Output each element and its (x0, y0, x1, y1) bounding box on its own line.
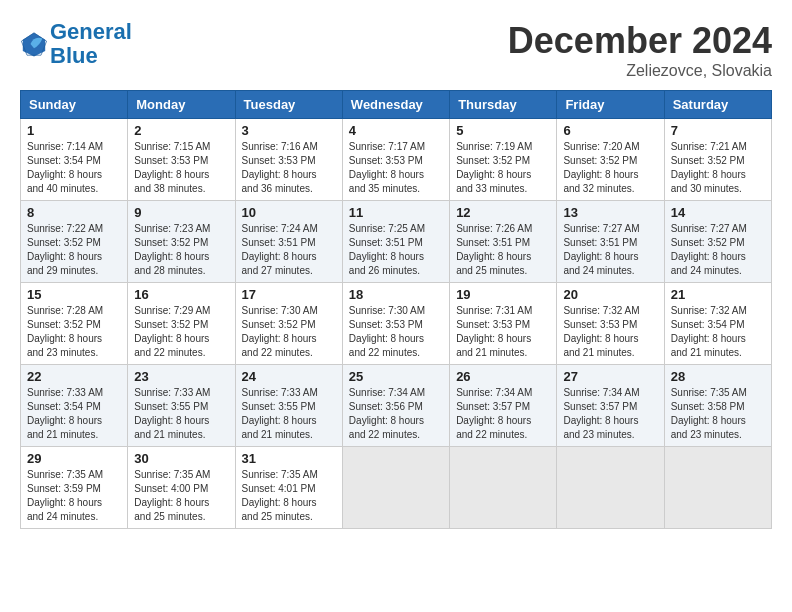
day-info: Sunrise: 7:19 AM Sunset: 3:52 PM Dayligh… (456, 140, 550, 196)
day-info: Sunrise: 7:34 AM Sunset: 3:57 PM Dayligh… (563, 386, 657, 442)
calendar-cell: 3Sunrise: 7:16 AM Sunset: 3:53 PM Daylig… (235, 119, 342, 201)
day-number: 25 (349, 369, 443, 384)
calendar-cell (342, 447, 449, 529)
calendar-table: SundayMondayTuesdayWednesdayThursdayFrid… (20, 90, 772, 529)
calendar-week-row: 29Sunrise: 7:35 AM Sunset: 3:59 PM Dayli… (21, 447, 772, 529)
day-info: Sunrise: 7:33 AM Sunset: 3:54 PM Dayligh… (27, 386, 121, 442)
day-info: Sunrise: 7:35 AM Sunset: 4:01 PM Dayligh… (242, 468, 336, 524)
weekday-header: Thursday (450, 91, 557, 119)
day-number: 2 (134, 123, 228, 138)
day-number: 30 (134, 451, 228, 466)
calendar-cell (450, 447, 557, 529)
day-info: Sunrise: 7:15 AM Sunset: 3:53 PM Dayligh… (134, 140, 228, 196)
calendar-cell: 10Sunrise: 7:24 AM Sunset: 3:51 PM Dayli… (235, 201, 342, 283)
day-number: 5 (456, 123, 550, 138)
day-number: 8 (27, 205, 121, 220)
day-number: 6 (563, 123, 657, 138)
calendar-cell: 30Sunrise: 7:35 AM Sunset: 4:00 PM Dayli… (128, 447, 235, 529)
calendar-cell: 18Sunrise: 7:30 AM Sunset: 3:53 PM Dayli… (342, 283, 449, 365)
day-number: 23 (134, 369, 228, 384)
day-info: Sunrise: 7:24 AM Sunset: 3:51 PM Dayligh… (242, 222, 336, 278)
weekday-header: Sunday (21, 91, 128, 119)
calendar-cell: 2Sunrise: 7:15 AM Sunset: 3:53 PM Daylig… (128, 119, 235, 201)
day-number: 28 (671, 369, 765, 384)
day-number: 15 (27, 287, 121, 302)
calendar-cell: 24Sunrise: 7:33 AM Sunset: 3:55 PM Dayli… (235, 365, 342, 447)
calendar-cell: 23Sunrise: 7:33 AM Sunset: 3:55 PM Dayli… (128, 365, 235, 447)
day-info: Sunrise: 7:22 AM Sunset: 3:52 PM Dayligh… (27, 222, 121, 278)
calendar-cell: 12Sunrise: 7:26 AM Sunset: 3:51 PM Dayli… (450, 201, 557, 283)
calendar-week-row: 8Sunrise: 7:22 AM Sunset: 3:52 PM Daylig… (21, 201, 772, 283)
calendar-cell: 20Sunrise: 7:32 AM Sunset: 3:53 PM Dayli… (557, 283, 664, 365)
calendar-cell: 27Sunrise: 7:34 AM Sunset: 3:57 PM Dayli… (557, 365, 664, 447)
calendar-cell: 22Sunrise: 7:33 AM Sunset: 3:54 PM Dayli… (21, 365, 128, 447)
day-number: 1 (27, 123, 121, 138)
page-header: General Blue December 2024 Zeliezovce, S… (20, 20, 772, 80)
day-number: 18 (349, 287, 443, 302)
day-number: 17 (242, 287, 336, 302)
calendar-cell: 31Sunrise: 7:35 AM Sunset: 4:01 PM Dayli… (235, 447, 342, 529)
month-title: December 2024 (508, 20, 772, 62)
logo-text: General Blue (50, 20, 132, 68)
calendar-cell: 21Sunrise: 7:32 AM Sunset: 3:54 PM Dayli… (664, 283, 771, 365)
day-number: 20 (563, 287, 657, 302)
day-number: 4 (349, 123, 443, 138)
day-info: Sunrise: 7:27 AM Sunset: 3:51 PM Dayligh… (563, 222, 657, 278)
day-info: Sunrise: 7:25 AM Sunset: 3:51 PM Dayligh… (349, 222, 443, 278)
day-info: Sunrise: 7:14 AM Sunset: 3:54 PM Dayligh… (27, 140, 121, 196)
day-number: 29 (27, 451, 121, 466)
day-info: Sunrise: 7:30 AM Sunset: 3:52 PM Dayligh… (242, 304, 336, 360)
day-info: Sunrise: 7:28 AM Sunset: 3:52 PM Dayligh… (27, 304, 121, 360)
day-info: Sunrise: 7:27 AM Sunset: 3:52 PM Dayligh… (671, 222, 765, 278)
day-info: Sunrise: 7:35 AM Sunset: 3:59 PM Dayligh… (27, 468, 121, 524)
day-info: Sunrise: 7:30 AM Sunset: 3:53 PM Dayligh… (349, 304, 443, 360)
day-number: 13 (563, 205, 657, 220)
day-info: Sunrise: 7:31 AM Sunset: 3:53 PM Dayligh… (456, 304, 550, 360)
day-info: Sunrise: 7:17 AM Sunset: 3:53 PM Dayligh… (349, 140, 443, 196)
day-info: Sunrise: 7:32 AM Sunset: 3:54 PM Dayligh… (671, 304, 765, 360)
day-number: 31 (242, 451, 336, 466)
logo: General Blue (20, 20, 132, 68)
logo-icon (20, 30, 48, 58)
day-number: 27 (563, 369, 657, 384)
calendar-cell: 16Sunrise: 7:29 AM Sunset: 3:52 PM Dayli… (128, 283, 235, 365)
calendar-cell: 26Sunrise: 7:34 AM Sunset: 3:57 PM Dayli… (450, 365, 557, 447)
day-number: 24 (242, 369, 336, 384)
day-info: Sunrise: 7:23 AM Sunset: 3:52 PM Dayligh… (134, 222, 228, 278)
day-number: 11 (349, 205, 443, 220)
calendar-cell: 17Sunrise: 7:30 AM Sunset: 3:52 PM Dayli… (235, 283, 342, 365)
weekday-header: Saturday (664, 91, 771, 119)
calendar-cell: 8Sunrise: 7:22 AM Sunset: 3:52 PM Daylig… (21, 201, 128, 283)
calendar-cell: 28Sunrise: 7:35 AM Sunset: 3:58 PM Dayli… (664, 365, 771, 447)
day-number: 10 (242, 205, 336, 220)
calendar-cell: 5Sunrise: 7:19 AM Sunset: 3:52 PM Daylig… (450, 119, 557, 201)
calendar-cell: 14Sunrise: 7:27 AM Sunset: 3:52 PM Dayli… (664, 201, 771, 283)
calendar-week-row: 22Sunrise: 7:33 AM Sunset: 3:54 PM Dayli… (21, 365, 772, 447)
day-info: Sunrise: 7:33 AM Sunset: 3:55 PM Dayligh… (242, 386, 336, 442)
day-number: 19 (456, 287, 550, 302)
day-info: Sunrise: 7:34 AM Sunset: 3:56 PM Dayligh… (349, 386, 443, 442)
day-info: Sunrise: 7:34 AM Sunset: 3:57 PM Dayligh… (456, 386, 550, 442)
calendar-cell: 4Sunrise: 7:17 AM Sunset: 3:53 PM Daylig… (342, 119, 449, 201)
calendar-cell: 25Sunrise: 7:34 AM Sunset: 3:56 PM Dayli… (342, 365, 449, 447)
day-number: 3 (242, 123, 336, 138)
weekday-header: Wednesday (342, 91, 449, 119)
day-info: Sunrise: 7:35 AM Sunset: 4:00 PM Dayligh… (134, 468, 228, 524)
day-info: Sunrise: 7:20 AM Sunset: 3:52 PM Dayligh… (563, 140, 657, 196)
day-number: 26 (456, 369, 550, 384)
weekday-header: Tuesday (235, 91, 342, 119)
calendar-cell: 13Sunrise: 7:27 AM Sunset: 3:51 PM Dayli… (557, 201, 664, 283)
day-info: Sunrise: 7:21 AM Sunset: 3:52 PM Dayligh… (671, 140, 765, 196)
calendar-cell: 15Sunrise: 7:28 AM Sunset: 3:52 PM Dayli… (21, 283, 128, 365)
day-number: 21 (671, 287, 765, 302)
calendar-cell: 11Sunrise: 7:25 AM Sunset: 3:51 PM Dayli… (342, 201, 449, 283)
calendar-cell: 6Sunrise: 7:20 AM Sunset: 3:52 PM Daylig… (557, 119, 664, 201)
day-number: 14 (671, 205, 765, 220)
day-number: 16 (134, 287, 228, 302)
day-info: Sunrise: 7:26 AM Sunset: 3:51 PM Dayligh… (456, 222, 550, 278)
weekday-header: Friday (557, 91, 664, 119)
day-number: 9 (134, 205, 228, 220)
calendar-week-row: 1Sunrise: 7:14 AM Sunset: 3:54 PM Daylig… (21, 119, 772, 201)
location: Zeliezovce, Slovakia (508, 62, 772, 80)
day-info: Sunrise: 7:29 AM Sunset: 3:52 PM Dayligh… (134, 304, 228, 360)
